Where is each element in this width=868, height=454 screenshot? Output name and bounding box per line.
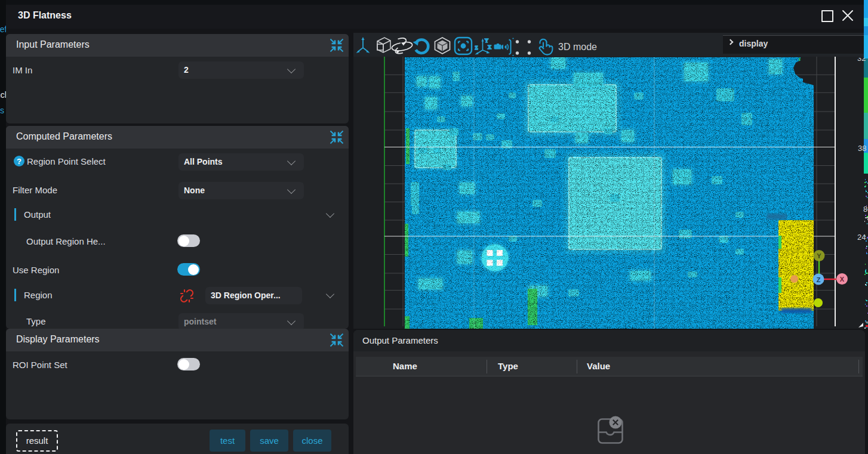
svg-text:Z: Z [475,45,478,51]
svg-text:Y: Y [485,38,488,44]
svg-text:Y: Y [817,252,821,260]
svg-text:X: X [488,44,491,50]
svg-text:Z: Z [817,276,821,283]
svg-text:?: ? [17,157,21,166]
svg-text:X: X [840,276,845,283]
